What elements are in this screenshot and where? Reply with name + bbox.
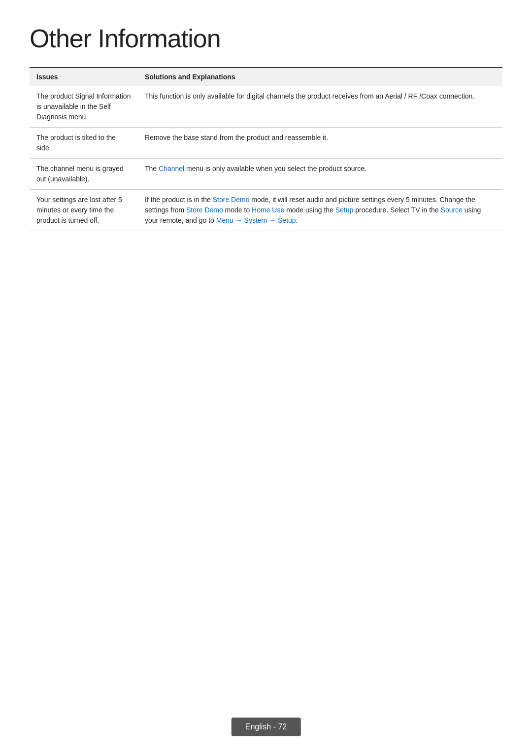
page-container: Other Information Issues Solutions and E… (0, 0, 532, 271)
cell-solution: Remove the base stand from the product a… (138, 128, 502, 159)
cell-solution: This function is only available for digi… (138, 86, 502, 128)
footer-bar: English - 72 (232, 718, 301, 736)
plain-text: mode to (223, 206, 252, 214)
table-row: The product Signal Information is unavai… (30, 86, 502, 128)
cell-solution: If the product is in the Store Demo mode… (138, 190, 502, 231)
table-body: The product Signal Information is unavai… (30, 86, 502, 231)
link-text: Source (441, 206, 463, 214)
plain-text: menu is only available when you select t… (184, 165, 366, 172)
plain-text: The (145, 165, 159, 172)
header-solutions: Solutions and Explanations (138, 68, 502, 86)
cell-solution: The Channel menu is only available when … (138, 159, 502, 190)
table-row: Your settings are lost after 5 minutes o… (30, 190, 502, 231)
info-table: Issues Solutions and Explanations The pr… (30, 67, 502, 231)
cell-issue: Your settings are lost after 5 minutes o… (30, 190, 138, 231)
table-row: The product is tilted to the side.Remove… (30, 128, 502, 159)
plain-text: This function is only available for digi… (145, 92, 474, 100)
cell-issue: The product is tilted to the side. (30, 128, 138, 159)
table-header: Issues Solutions and Explanations (30, 68, 502, 86)
plain-text: Remove the base stand from the product a… (145, 134, 328, 141)
plain-text: procedure. Select TV in the (353, 206, 440, 214)
cell-issue: The channel menu is grayed out (unavaila… (30, 159, 138, 190)
plain-text: mode using the (284, 206, 335, 214)
plain-text: If the product is in the (145, 196, 213, 204)
table-row: The channel menu is grayed out (unavaila… (30, 159, 502, 190)
link-text: Store Demo (186, 206, 223, 214)
link-text: Home Use (252, 206, 284, 214)
page-title: Other Information (30, 24, 502, 53)
header-issues: Issues (30, 68, 138, 86)
plain-text: . (296, 216, 298, 224)
link-text: Menu → System → Setup (216, 216, 296, 224)
cell-issue: The product Signal Information is unavai… (30, 86, 138, 128)
link-text: Setup (335, 206, 354, 214)
link-text: Channel (159, 165, 184, 172)
link-text: Store Demo (213, 196, 250, 204)
